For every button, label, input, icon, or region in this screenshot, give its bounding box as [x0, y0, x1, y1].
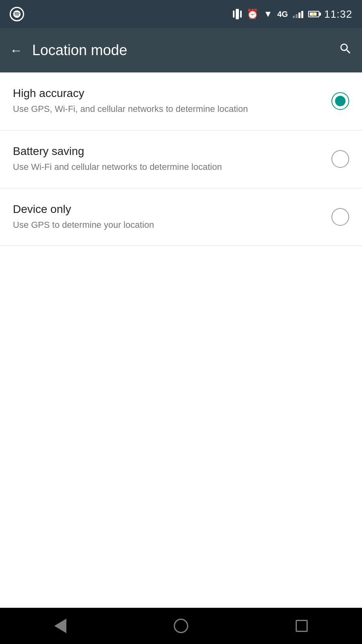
option-high-accuracy-radio[interactable] — [331, 92, 349, 110]
option-high-accuracy-title: High accuracy — [13, 87, 319, 100]
status-bar-left — [10, 7, 24, 21]
signal-icon — [293, 10, 303, 18]
alarm-icon: ⏰ — [247, 8, 259, 20]
option-battery-saving-radio[interactable] — [331, 150, 349, 168]
option-device-only-radio[interactable] — [331, 208, 349, 226]
navigation-bar — [0, 608, 362, 644]
search-button[interactable] — [339, 42, 352, 59]
battery-icon: ⚡ — [308, 11, 319, 17]
page-title: Location mode — [32, 42, 127, 59]
option-high-accuracy-description: Use GPS, Wi-Fi, and cellular networks to… — [13, 103, 319, 116]
status-bar-right: ⏰ ▼ 4G ⚡ 11:32 — [233, 8, 352, 21]
option-battery-saving-text: Battery saving Use Wi-Fi and cellular ne… — [13, 145, 331, 173]
spotify-icon — [10, 7, 24, 21]
content: High accuracy Use GPS, Wi-Fi, and cellul… — [0, 72, 362, 246]
network-type-label: 4G — [277, 10, 288, 19]
option-battery-saving-title: Battery saving — [13, 145, 319, 158]
option-battery-saving[interactable]: Battery saving Use Wi-Fi and cellular ne… — [0, 130, 362, 188]
back-button[interactable]: ← — [10, 43, 23, 58]
option-device-only-title: Device only — [13, 203, 319, 216]
nav-home-button[interactable] — [169, 614, 193, 638]
option-device-only[interactable]: Device only Use GPS to determine your lo… — [0, 188, 362, 246]
option-device-only-text: Device only Use GPS to determine your lo… — [13, 203, 331, 231]
nav-recents-button[interactable] — [290, 614, 314, 638]
option-high-accuracy[interactable]: High accuracy Use GPS, Wi-Fi, and cellul… — [0, 72, 362, 130]
option-battery-saving-description: Use Wi-Fi and cellular networks to deter… — [13, 161, 319, 173]
app-bar-left: ← Location mode — [10, 42, 127, 59]
option-device-only-description: Use GPS to determine your location — [13, 219, 319, 231]
option-high-accuracy-text: High accuracy Use GPS, Wi-Fi, and cellul… — [13, 87, 331, 116]
status-bar: ⏰ ▼ 4G ⚡ 11:32 — [0, 0, 362, 28]
app-bar: ← Location mode — [0, 28, 362, 72]
vibrate-icon — [233, 9, 242, 19]
wifi-icon: ▼ — [263, 9, 272, 19]
status-time: 11:32 — [324, 8, 352, 21]
nav-back-button[interactable] — [48, 614, 72, 638]
